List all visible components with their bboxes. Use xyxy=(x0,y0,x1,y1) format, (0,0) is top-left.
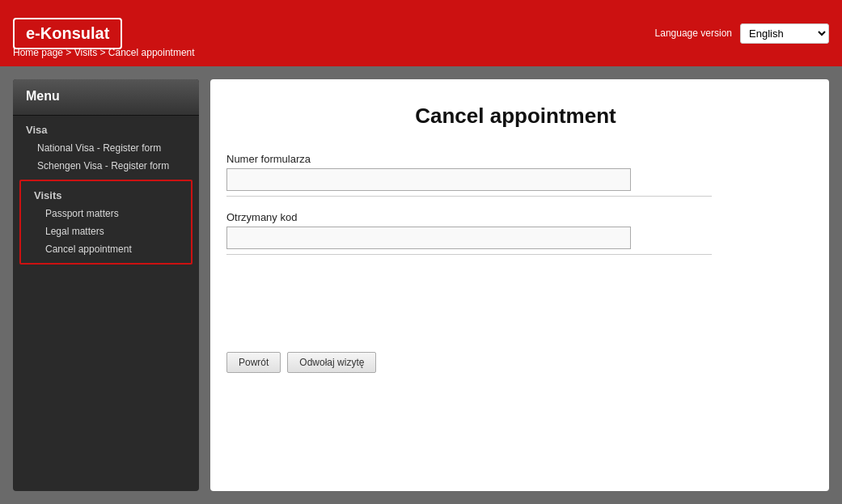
sidebar-visa-section: Visa xyxy=(13,116,199,139)
sidebar-item-schengen-visa[interactable]: Schengen Visa - Register form xyxy=(13,157,199,175)
back-button[interactable]: Powrót xyxy=(226,352,281,373)
sidebar-item-national-visa[interactable]: National Visa - Register form xyxy=(13,139,199,157)
content-panel: Cancel appointment Numer formularza Otrz… xyxy=(210,79,829,491)
language-area: Language version English Polski xyxy=(655,23,829,44)
header: e-Konsulat Home page > Visits > Cancel a… xyxy=(0,0,842,66)
form-divider-1 xyxy=(226,196,712,197)
field2-label: Otrzymany kod xyxy=(226,211,805,223)
logo: e-Konsulat xyxy=(13,18,122,49)
sidebar-item-cancel-appointment[interactable]: Cancel appointment xyxy=(21,240,191,258)
field2-input[interactable] xyxy=(226,227,631,249)
sidebar-item-passport-matters[interactable]: Passport matters xyxy=(21,205,191,222)
sidebar: Menu Visa National Visa - Register form … xyxy=(13,79,199,491)
sidebar-item-legal-matters[interactable]: Legal matters xyxy=(21,222,191,240)
page-title: Cancel appointment xyxy=(226,104,805,129)
language-select[interactable]: English Polski xyxy=(740,23,829,44)
visits-section-box: Visits Passport matters Legal matters Ca… xyxy=(19,180,193,265)
form-group-numer: Numer formularza xyxy=(226,153,805,197)
field1-label: Numer formularza xyxy=(226,153,805,165)
language-label: Language version xyxy=(655,28,732,39)
sidebar-visits-section: Visits xyxy=(21,186,191,205)
field1-input[interactable] xyxy=(226,168,631,191)
main-area: Menu Visa National Visa - Register form … xyxy=(0,66,842,504)
cancel-appointment-button[interactable]: Odwołaj wizytę xyxy=(287,352,376,373)
sidebar-menu-title: Menu xyxy=(13,79,199,116)
button-area: Powrót Odwołaj wizytę xyxy=(226,352,805,373)
form-group-kod: Otrzymany kod xyxy=(226,211,805,255)
breadcrumb: Home page > Visits > Cancel appointment xyxy=(13,47,195,58)
form-divider-2 xyxy=(226,254,712,255)
